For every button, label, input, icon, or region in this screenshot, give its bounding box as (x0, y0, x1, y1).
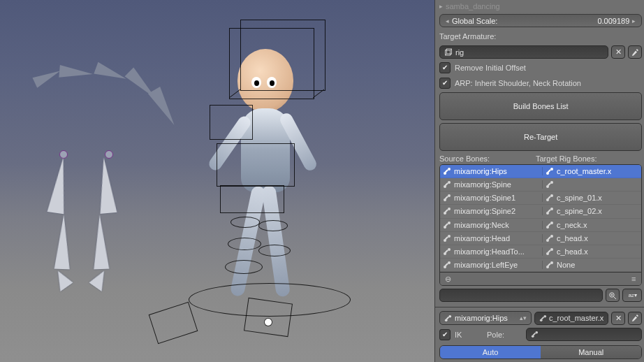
filter-zoom-button[interactable] (606, 289, 620, 302)
bone-icon (443, 221, 451, 229)
mode-auto-button[interactable]: Auto (440, 346, 541, 359)
mode-manual-button[interactable]: Manual (541, 346, 641, 359)
ik-checkbox[interactable] (439, 329, 451, 340)
list-collapse-button[interactable]: ⊖ (443, 274, 453, 284)
target-bone-name: c_root_master.x (557, 167, 611, 175)
bone-map-row[interactable]: mixamorig:Hipsc_root_master.x (440, 165, 641, 178)
bone-icon (443, 207, 451, 215)
bone-icon (539, 314, 547, 322)
clear-armature-button[interactable]: ✕ (611, 45, 625, 59)
bone-map-row[interactable]: mixamorig:Headc_head.x (440, 232, 641, 245)
clear-target-button[interactable]: ✕ (611, 312, 625, 325)
cube-wire-icon (444, 48, 453, 57)
arp-inherit-label: ARP: Inherit Shoulder, Neck Rotation (455, 79, 581, 87)
svg-point-32 (550, 208, 553, 210)
build-bones-button[interactable]: Build Bones List (439, 92, 642, 120)
global-scale-label: Global Scale: (452, 17, 497, 25)
svg-point-53 (448, 261, 451, 264)
x-icon: ✕ (615, 314, 622, 323)
svg-point-63 (448, 314, 451, 317)
increase-arrow-icon[interactable]: ▸ (632, 17, 636, 24)
eyedropper-target-button[interactable] (628, 312, 642, 325)
viewport-3d[interactable] (0, 0, 434, 362)
retarget-button[interactable]: Re-Target (439, 123, 642, 151)
bone-icon (443, 180, 451, 189)
bone-icon (546, 207, 554, 215)
svg-point-38 (550, 222, 553, 224)
bone-icon (546, 167, 554, 175)
target-bone-name: c_spine_01.x (557, 194, 602, 202)
source-bone-name: mixamorig:Spine1 (454, 194, 515, 202)
svg-line-59 (614, 296, 617, 299)
svg-point-23 (448, 194, 451, 197)
bone-icon (443, 167, 451, 175)
active-source-bone-dropdown[interactable]: mixamorig:Hips ▴▾ (439, 311, 532, 325)
svg-point-26 (550, 194, 553, 197)
sort-az-button[interactable]: az▾ (622, 289, 642, 302)
active-target-bone-value: c_root_master.x (549, 314, 603, 322)
magnifier-plus-icon (608, 291, 617, 300)
svg-point-47 (448, 248, 451, 251)
source-bone-name: mixamorig:HeadTo... (454, 247, 525, 256)
global-scale-slider[interactable]: ◂ Global Scale: 0.009189 ▸ (439, 14, 642, 27)
bone-map-list[interactable]: mixamorig:Hipsc_root_master.xmixamorig:S… (439, 164, 642, 286)
bone-icon (546, 180, 554, 189)
eyedropper-button[interactable] (628, 45, 642, 59)
global-scale-value: 0.009189 (597, 17, 629, 25)
svg-point-66 (543, 314, 546, 317)
arp-inherit-checkbox[interactable] (439, 78, 451, 89)
svg-line-3 (313, 89, 324, 98)
bone-map-row[interactable]: mixamorig:Spine1c_spine_01.x (440, 191, 641, 205)
svg-point-20 (550, 181, 553, 184)
bone-icon (444, 314, 452, 322)
source-armature-legs (38, 150, 164, 304)
target-armature-field[interactable]: rig (439, 45, 608, 59)
bone-map-row[interactable]: mixamorig:LeftEyeNone (440, 259, 641, 272)
bone-icon (546, 221, 554, 229)
active-source-bone-value: mixamorig:Hips (455, 314, 508, 322)
bone-map-row[interactable]: mixamorig:Spine (440, 178, 641, 191)
chevron-updown-icon: ▴▾ (520, 314, 527, 321)
bone-map-row[interactable]: mixamorig:HeadTo...c_head.x (440, 245, 641, 259)
bone-filter-input[interactable] (439, 289, 603, 302)
eyedropper-icon (631, 314, 639, 322)
bone-icon (443, 234, 451, 242)
bone-icon (546, 261, 554, 269)
bone-icon (443, 247, 451, 256)
source-bones-header: Source Bones: (439, 154, 536, 163)
svg-point-35 (448, 222, 451, 224)
pole-bone-field[interactable] (526, 328, 642, 341)
svg-point-44 (550, 235, 553, 238)
source-bone-name: mixamorig:Spine (454, 180, 511, 189)
anim-name-label: samba_dancing (446, 2, 500, 10)
source-bone-name: mixamorig:Hips (454, 167, 507, 175)
svg-point-29 (448, 208, 451, 210)
svg-point-56 (550, 261, 553, 264)
target-armature-value: rig (455, 48, 464, 57)
source-bone-name: mixamorig:LeftEye (454, 261, 518, 269)
eyedropper-icon (631, 48, 639, 57)
target-bone-name: c_neck.x (557, 221, 587, 229)
target-bone-name: c_spine_02.x (557, 207, 602, 215)
mode-toggle[interactable]: Auto Manual (439, 345, 642, 359)
bone-map-row[interactable]: mixamorig:Neckc_neck.x (440, 219, 641, 232)
remove-offset-checkbox[interactable] (439, 62, 451, 73)
bone-list-footer: ⊖≡ (440, 272, 641, 285)
target-bones-header: Target Rig Bones: (536, 154, 597, 163)
source-bone-name: mixamorig:Neck (454, 221, 509, 229)
bone-map-row[interactable]: mixamorig:Spine2c_spine_02.x (440, 205, 641, 218)
svg-point-41 (448, 235, 451, 238)
svg-point-11 (448, 168, 451, 171)
svg-point-17 (448, 181, 451, 184)
active-target-bone-field[interactable]: c_root_master.x (534, 312, 608, 325)
svg-line-2 (229, 89, 240, 98)
bone-icon (546, 247, 554, 256)
bone-icon (443, 194, 451, 202)
target-bone-name: c_head.x (557, 234, 588, 242)
list-grip-icon[interactable]: ≡ (629, 274, 638, 284)
az-down-icon: az▾ (629, 292, 636, 298)
svg-point-14 (550, 168, 553, 171)
source-bone-name: mixamorig:Head (454, 234, 510, 242)
x-icon: ✕ (615, 48, 622, 57)
bone-icon (531, 331, 539, 338)
